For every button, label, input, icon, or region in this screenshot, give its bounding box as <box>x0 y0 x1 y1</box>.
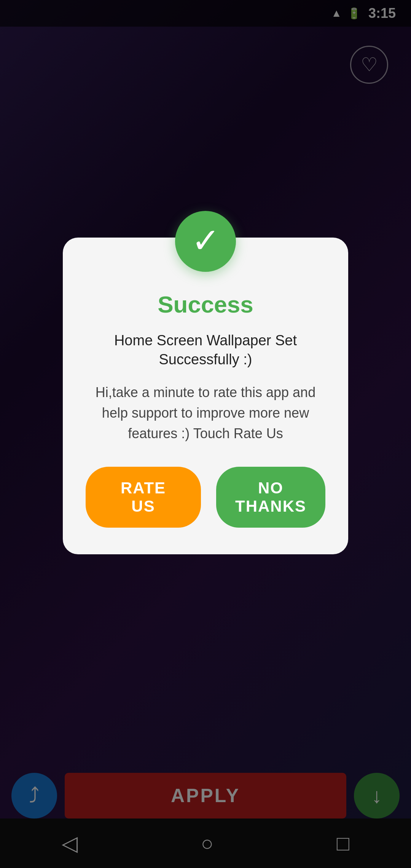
no-thanks-button[interactable]: NO THANKS <box>216 467 325 528</box>
modal-icon-area: ✓ <box>86 211 325 272</box>
checkmark-icon: ✓ <box>191 223 220 258</box>
modal-overlay: ✓ Success Home Screen Wallpaper Set Succ… <box>0 0 411 868</box>
modal-body: Hi,take a minute to rate this app and he… <box>86 382 325 444</box>
rate-us-button[interactable]: RATE US <box>86 467 201 528</box>
success-circle: ✓ <box>175 211 236 272</box>
modal-title: Success <box>86 291 325 318</box>
modal-subtitle: Home Screen Wallpaper Set Successfully :… <box>86 331 325 369</box>
success-modal: ✓ Success Home Screen Wallpaper Set Succ… <box>63 238 348 554</box>
modal-buttons: RATE US NO THANKS <box>86 467 325 528</box>
